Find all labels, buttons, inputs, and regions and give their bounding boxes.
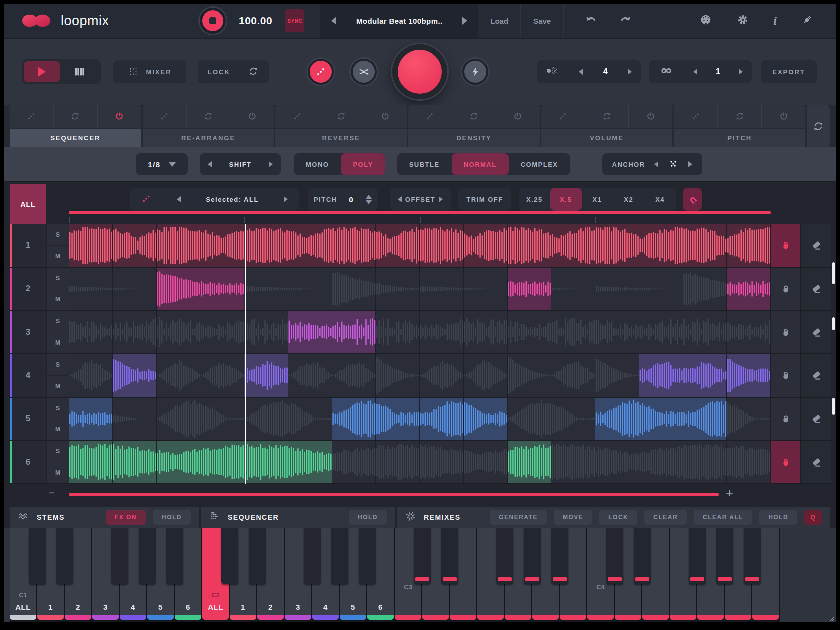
- refresh-icon[interactable]: [452, 105, 496, 128]
- speed-x05[interactable]: X.5: [550, 188, 582, 211]
- pattern-next-icon[interactable]: [628, 69, 632, 75]
- loop-cell[interactable]: [640, 354, 684, 397]
- zoom-out-button[interactable]: −: [49, 487, 55, 499]
- power-icon[interactable]: [629, 105, 672, 128]
- loop-cell[interactable]: [376, 268, 420, 310]
- sequencer-hold-button[interactable]: HOLD: [349, 510, 387, 525]
- loop-cell[interactable]: [552, 398, 596, 440]
- black-key[interactable]: [166, 528, 184, 584]
- loop-cell[interactable]: [332, 224, 376, 267]
- preset-prev-icon[interactable]: [332, 17, 336, 25]
- random-dots-icon[interactable]: [674, 105, 718, 128]
- mono-option[interactable]: MONO: [294, 153, 341, 175]
- loop-cell[interactable]: [69, 354, 113, 397]
- generate-button[interactable]: GENERATE: [490, 510, 547, 525]
- sync-button[interactable]: SYNC: [286, 9, 304, 32]
- loop-cell[interactable]: [244, 354, 288, 397]
- rate-dropdown[interactable]: 1/8: [136, 153, 188, 175]
- tab-re-arrange[interactable]: RE-ARRANGE: [143, 129, 274, 147]
- loop-cell[interactable]: [464, 354, 508, 397]
- track-5-erase-button[interactable]: [800, 398, 832, 441]
- timeline-progress-bar[interactable]: [69, 493, 719, 496]
- solo-button[interactable]: S: [47, 224, 69, 246]
- speed-x4[interactable]: X4: [644, 188, 676, 211]
- track-5-lock-button[interactable]: [771, 398, 800, 441]
- loop-cell[interactable]: [157, 311, 201, 353]
- loop-cell[interactable]: [113, 311, 157, 353]
- refresh-icon[interactable]: [718, 105, 762, 128]
- midi-icon[interactable]: [700, 13, 712, 28]
- loop-cell[interactable]: [332, 441, 376, 483]
- speed-x2[interactable]: X2: [613, 188, 644, 211]
- power-icon[interactable]: [230, 105, 274, 128]
- random-dots-icon[interactable]: [276, 105, 320, 128]
- selected-next-icon[interactable]: [284, 196, 288, 202]
- solo-button[interactable]: S: [47, 398, 69, 419]
- step-up-icon[interactable]: [366, 192, 372, 199]
- loop-cell[interactable]: [640, 398, 684, 440]
- redo-button[interactable]: [619, 14, 632, 27]
- loop-cell[interactable]: [508, 354, 552, 397]
- black-key[interactable]: [359, 528, 376, 584]
- loop-cell[interactable]: [113, 268, 157, 310]
- black-key[interactable]: [222, 528, 238, 584]
- loop-cell[interactable]: [69, 441, 113, 483]
- loop-cell[interactable]: [640, 268, 684, 310]
- loop-cell[interactable]: [288, 268, 332, 310]
- loop-cell[interactable]: [332, 354, 376, 397]
- loop-cell[interactable]: [157, 224, 201, 267]
- loop-cell[interactable]: [288, 354, 332, 397]
- loop-cell[interactable]: [288, 311, 332, 353]
- loop-cell[interactable]: [684, 398, 728, 440]
- record-button[interactable]: [392, 44, 448, 99]
- power-icon[interactable]: [364, 105, 407, 128]
- power-icon[interactable]: [98, 105, 142, 128]
- remix-lock-button[interactable]: LOCK: [600, 510, 638, 525]
- random-dots-icon[interactable]: [141, 193, 152, 206]
- refresh-icon[interactable]: [320, 105, 364, 128]
- mute-button[interactable]: M: [47, 419, 69, 440]
- loop-cell[interactable]: [113, 398, 157, 440]
- poly-option[interactable]: POLY: [341, 153, 385, 175]
- loop-cell[interactable]: [200, 398, 244, 440]
- loop-cell[interactable]: [596, 398, 640, 440]
- remix-hold-button[interactable]: HOLD: [760, 510, 798, 525]
- mute-button[interactable]: M: [47, 289, 69, 310]
- export-button[interactable]: EXPORT: [761, 60, 817, 83]
- mute-button[interactable]: M: [47, 462, 69, 483]
- loop-cell[interactable]: [332, 311, 376, 353]
- loop-cell[interactable]: [420, 268, 464, 310]
- black-key[interactable]: [414, 528, 431, 584]
- step-down-icon[interactable]: [366, 200, 372, 207]
- solo-button[interactable]: S: [47, 441, 69, 462]
- track-1-lock-button[interactable]: [771, 224, 800, 268]
- loop-cell[interactable]: [508, 311, 552, 353]
- loop-cell[interactable]: [727, 441, 771, 483]
- loop-cell[interactable]: [420, 224, 464, 267]
- random-dots-icon[interactable]: [143, 105, 187, 128]
- loop-cell[interactable]: [376, 398, 420, 440]
- black-key[interactable]: [29, 528, 46, 584]
- loop-prev-icon[interactable]: [694, 69, 698, 75]
- track-2-erase-button[interactable]: [800, 268, 832, 311]
- gear-icon[interactable]: [736, 13, 750, 28]
- preset-next-icon[interactable]: [462, 17, 468, 25]
- loop-cell[interactable]: [727, 354, 771, 397]
- loop-cell[interactable]: [464, 224, 508, 267]
- random-dots-icon[interactable]: [542, 105, 586, 128]
- play-mode-button[interactable]: [24, 61, 60, 82]
- stems-hold-button[interactable]: HOLD: [153, 510, 191, 525]
- offset-left-icon[interactable]: [398, 196, 402, 202]
- mute-button[interactable]: M: [47, 246, 69, 267]
- black-key[interactable]: [304, 528, 321, 584]
- loop-cell[interactable]: [200, 268, 244, 310]
- loop-cell[interactable]: [332, 398, 376, 440]
- clear-button[interactable]: CLEAR: [644, 510, 687, 525]
- global-lock-button[interactable]: LOCK: [198, 60, 269, 83]
- randomize-button[interactable]: [308, 59, 334, 85]
- add-button[interactable]: +: [726, 485, 734, 501]
- tab-pitch[interactable]: PITCH: [674, 129, 806, 147]
- loop-cell[interactable]: [552, 268, 596, 310]
- solo-button[interactable]: S: [47, 311, 69, 332]
- loop-cell[interactable]: [596, 441, 640, 483]
